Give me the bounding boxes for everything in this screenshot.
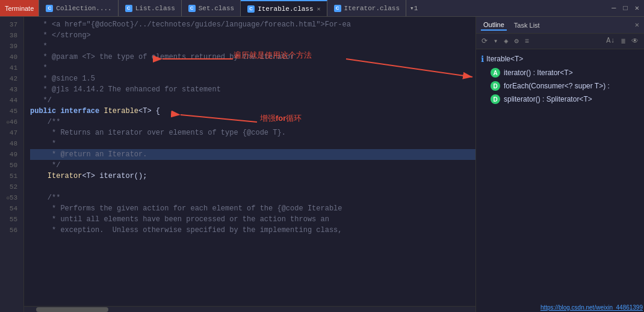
code-line-41: *	[30, 63, 475, 73]
tab-bar: Terminate C Collection.... C List.class …	[0, 0, 644, 17]
callout-for-loop: 增强for循环	[260, 113, 302, 124]
tab-iterator-label: Iterator.class	[344, 5, 400, 12]
tab-iterable-close[interactable]: ✕	[317, 5, 321, 13]
class-icon: C	[247, 5, 255, 13]
line-numbers: 37 38 39 40 41 42 43 44 45 ⊖46 47 48 49 …	[0, 17, 24, 312]
tab-outline[interactable]: Outline	[481, 20, 507, 31]
outline-item-1[interactable]: D forEach(Consumer<? super T>) :	[486, 79, 644, 93]
maximize-button[interactable]: □	[621, 3, 630, 14]
code-token: * <a href="{@docRoot}/../technotes/guide…	[30, 20, 351, 29]
outline-parent-label: Iterable<T>	[486, 55, 523, 63]
code-token: * until all elements have been processed…	[30, 215, 329, 224]
outline-item-2[interactable]: D spliterator() : Spliterator<T>	[486, 93, 644, 106]
info-icon: ℹ	[481, 54, 484, 64]
code-line-45: public interface Iterable<T> {	[30, 106, 475, 117]
outline-parent-item: ℹ Iterable<T>	[476, 52, 644, 66]
class-icon: C	[46, 5, 53, 12]
code-token: *	[30, 64, 48, 72]
tab-terminate[interactable]: Terminate	[0, 0, 39, 17]
visibility-button[interactable]: 👁	[630, 36, 640, 46]
menu-button[interactable]: ≡	[523, 37, 531, 46]
code-line-46: /**	[30, 117, 475, 127]
code-line-52	[30, 182, 475, 192]
code-line-55: * until all elements have been processed…	[30, 214, 475, 225]
tab-list[interactable]: C List.class	[119, 0, 182, 17]
code-line-43: * @jls 14.14.2 The enhanced for statemen…	[30, 84, 475, 95]
editor-area: 37 38 39 40 41 42 43 44 45 ⊖46 47 48 49 …	[0, 17, 475, 312]
code-token: */	[30, 96, 52, 105]
outline-toolbar: ⟳ ▾ ◈ ⚙ ≡ A↓ ≣ 👁	[476, 34, 644, 49]
code-token: Iterable	[104, 107, 138, 115]
code-token: * @return an Iterator.	[30, 150, 147, 159]
settings-button[interactable]: ⚙	[512, 36, 520, 46]
code-line-54: * Performs the given action for each ele…	[30, 203, 475, 214]
fold-icon[interactable]: ⊖	[4, 193, 10, 204]
code-line-56: * exception. Unless otherwise specified …	[30, 225, 475, 236]
callout-for-suffix: 循环	[286, 114, 302, 123]
code-token: * @jls 14.14.2 The enhanced for statemen…	[30, 85, 221, 94]
expand-button[interactable]: ▾	[492, 36, 500, 46]
tab-collection-label: Collection....	[56, 5, 111, 12]
minimize-button[interactable]: —	[609, 3, 618, 14]
tab-tasklist[interactable]: Task List	[512, 20, 542, 30]
class-icon: C	[188, 5, 196, 12]
tab-set[interactable]: C Set.class	[182, 0, 241, 17]
code-token: *	[30, 42, 48, 50]
tab-iterator[interactable]: C Iterator.class	[327, 0, 406, 17]
tab-iterable-label: Iterable.class	[258, 5, 313, 13]
close-button[interactable]: ✕	[633, 2, 642, 14]
outline-item-0[interactable]: A iterator() : Iterator<T>	[486, 66, 644, 79]
bottom-link[interactable]: https://blog.csdn.net/weixin_44861399	[540, 304, 643, 311]
callout-for-bold: for	[276, 114, 286, 123]
code-token: /**	[30, 194, 60, 202]
outline-children: A iterator() : Iterator<T> D forEach(Con…	[476, 66, 644, 106]
tab-overflow[interactable]: ▾1	[406, 4, 421, 12]
method-icon-2: D	[491, 94, 500, 104]
code-line-49: * @return an Iterator.	[30, 149, 475, 160]
ide-window: Terminate C Collection.... C List.class …	[0, 0, 644, 312]
code-token	[30, 183, 34, 191]
code-line-48: *	[30, 138, 475, 149]
code-line-42: * @since 1.5	[30, 73, 475, 84]
code-line-47: * Returns an iterator over elements of t…	[30, 127, 475, 138]
code-line-44: */	[30, 95, 475, 106]
outline-content: ℹ Iterable<T> A iterator() : Iterator<T>…	[476, 49, 644, 312]
scroll-thumb[interactable]	[36, 307, 108, 312]
close-outline-button[interactable]: ✕	[635, 20, 639, 29]
outline-item-label-2: spliterator() : Spliterator<T>	[504, 95, 592, 103]
sync-button[interactable]: ⟳	[480, 36, 489, 46]
hide-fields-button[interactable]: ≣	[619, 36, 627, 46]
tab-terminate-label: Terminate	[5, 5, 34, 12]
code-line-51: Iterator<T> iterator();	[30, 171, 475, 182]
tab-iterable[interactable]: C Iterable.class ✕	[241, 0, 327, 17]
code-line-37: * <a href="{@docRoot}/../technotes/guide…	[30, 19, 475, 30]
callout-for-prefix: 增强	[260, 114, 276, 123]
code-token: */	[30, 161, 60, 170]
code-line-50: */	[30, 160, 475, 171]
code-token: /**	[30, 118, 60, 126]
tab-collection[interactable]: C Collection....	[39, 0, 118, 17]
code-lines[interactable]: * <a href="{@docRoot}/../technotes/guide…	[24, 17, 475, 312]
method-icon-0: A	[491, 68, 500, 78]
class-icon: C	[334, 5, 341, 12]
outline-header: Outline Task List ✕	[476, 17, 644, 34]
callout-traverse: 遍历就是使用这个方法	[234, 50, 312, 61]
method-icon-1: D	[491, 81, 500, 91]
tab-list-label: List.class	[135, 5, 175, 12]
tab-set-label: Set.class	[199, 5, 234, 12]
code-token: * Returns an iterator over elements of t…	[30, 129, 286, 137]
filter-button[interactable]: ◈	[502, 36, 510, 46]
fold-icon[interactable]: ⊖	[4, 117, 10, 128]
code-token: <T> {	[138, 107, 160, 115]
code-token: * exception. Unless otherwise specified …	[30, 226, 342, 234]
callout-traverse-text: 遍历就是使用这个方法	[234, 50, 312, 60]
code-token: Iterator	[48, 172, 82, 180]
outline-panel: Outline Task List ✕ ⟳ ▾ ◈ ⚙ ≡ A↓ ≣ 👁	[475, 17, 644, 312]
code-token: * </strong>	[30, 31, 91, 40]
code-token: interface	[60, 107, 99, 115]
code-container: 37 38 39 40 41 42 43 44 45 ⊖46 47 48 49 …	[0, 17, 475, 312]
sort-alpha-button[interactable]: A↓	[604, 36, 616, 46]
code-token: * @since 1.5	[30, 75, 95, 83]
horizontal-scrollbar[interactable]	[24, 306, 475, 312]
code-token: *	[30, 139, 56, 148]
